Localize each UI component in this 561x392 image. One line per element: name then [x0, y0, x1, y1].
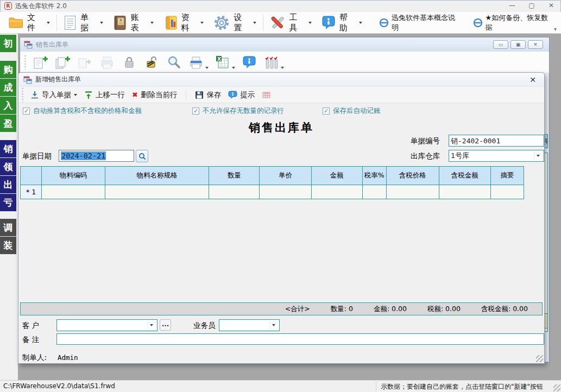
sidebar-tab-zhuang[interactable]: 装 [0, 237, 16, 255]
sidebar-tab-chu[interactable]: 初 [0, 35, 16, 53]
close-button[interactable]: ✕ [541, 0, 561, 12]
chevron-down-icon [232, 67, 235, 69]
option-auto-calc[interactable]: ✓ 自动推算含税和不含税的价格和金额 [23, 106, 142, 116]
customer-select[interactable] [56, 319, 157, 331]
help-link-backup-label: ★如何备份、恢复数据 [486, 13, 554, 33]
toolbar-grip[interactable] [24, 55, 26, 69]
menu-documents[interactable]: 单据 [59, 11, 108, 35]
chevron-down-icon [253, 22, 256, 24]
sidebar-tab-ling[interactable]: 领 [0, 158, 16, 176]
lock-icon[interactable] [121, 54, 137, 71]
grid-cell-tax-rate[interactable] [362, 185, 386, 199]
menu-settings-label: 设置 [234, 12, 249, 33]
sidebar-tab-ying[interactable]: 盈 [0, 115, 16, 132]
notebook-icon [163, 15, 178, 30]
grid-cell-tax-price[interactable] [386, 185, 439, 199]
grid-cell-material-code[interactable] [42, 185, 105, 199]
menu-help[interactable]: 帮助 [317, 11, 367, 35]
column-select-button[interactable] [263, 54, 284, 71]
child-window-title: 销售出库单 [36, 40, 68, 49]
print-document-button[interactable] [99, 54, 115, 71]
grid-cell-tax-amount[interactable] [439, 185, 490, 199]
excel-export-button[interactable]: X [215, 54, 235, 71]
sidebar-tab-kui[interactable]: 亏 [0, 194, 16, 212]
grid-cell-material-name[interactable] [105, 185, 209, 199]
help-link-backup[interactable]: ★如何备份、恢复数据 [473, 13, 554, 33]
import-document-button[interactable]: 导入单据 [30, 90, 77, 100]
warehouse-select[interactable]: 1号库 [449, 150, 544, 162]
browser-e-icon [473, 18, 483, 28]
help-link-concepts[interactable]: 迅兔软件基本概念说明 [379, 13, 461, 33]
checkbox-checked-icon[interactable]: ✓ [23, 108, 30, 115]
checkbox-checked-icon[interactable]: ✓ [323, 108, 330, 115]
chevron-down-icon [308, 22, 312, 24]
import-icon [30, 91, 39, 99]
date-search-button[interactable] [136, 150, 148, 162]
search-icon[interactable] [166, 54, 182, 71]
grid-header-unit-price: 单价 [260, 167, 311, 185]
forward-document-button[interactable] [77, 54, 93, 71]
customer-browse-button[interactable]: ... [160, 319, 171, 331]
copy-document-button[interactable] [54, 54, 71, 71]
dialog-resize-grip[interactable] [536, 355, 543, 362]
grid-cell-summary[interactable] [490, 185, 524, 199]
sidebar-tab-ru[interactable]: 入 [0, 97, 16, 115]
menu-data[interactable]: 资料 [159, 11, 209, 35]
doc-no-field[interactable]: 销-2402-0001 [449, 135, 544, 147]
doc-date-label: 单据日期 [22, 151, 52, 161]
chevron-down-icon [47, 22, 50, 24]
unlock-icon[interactable] [143, 54, 160, 71]
checkbox-checked-icon[interactable]: ✓ [192, 108, 199, 115]
option-no-zero-qty[interactable]: ✓ 不允许保存无数量的记录行 [192, 106, 284, 116]
items-grid: 物料编码 物料名称规格 数量 单价 金额 税率% 含税价格 含税金额 摘要 * … [20, 166, 524, 199]
dialog-toolbar: 导入单据 上移一行 ✖ 删除当前行 保存 [18, 87, 544, 103]
grid-header-summary: 摘要 [490, 167, 524, 185]
new-document-button[interactable] [32, 54, 48, 71]
salesman-select[interactable] [219, 319, 280, 331]
sidebar-tab-xiao[interactable]: 销 [0, 140, 16, 158]
menu-tools[interactable]: 工具 [265, 11, 317, 35]
dialog-options: ✓ 自动推算含税和不含税的价格和金额 ✓ 不允许保存无数量的记录行 ✓ 保存后自… [18, 106, 544, 116]
status-bar: C:\FRWarehouseV2.0\data\S1.frwd 示数据；要创建自… [0, 380, 561, 392]
menu-settings[interactable]: 设置 [209, 11, 261, 35]
toolbar-grip[interactable] [22, 88, 23, 102]
info-bubble-icon[interactable] [241, 54, 257, 71]
print-preview-button[interactable] [188, 54, 209, 71]
option-auto-post[interactable]: ✓ 保存后自动记账 [323, 106, 381, 116]
grid-header-amount: 金额 [311, 167, 362, 185]
sidebar-tab-gou[interactable]: 购 [0, 61, 16, 79]
delete-x-icon: ✖ [132, 91, 138, 99]
sidebar-tab-chu2[interactable]: 出 [0, 176, 16, 194]
child-restore-button[interactable]: ▣ [510, 40, 526, 49]
window-resize-grip[interactable] [553, 384, 560, 391]
child-close-button[interactable]: ✕ [528, 40, 543, 49]
menu-data-label: 资料 [181, 12, 197, 33]
minimize-button[interactable]: — [502, 0, 522, 12]
sidebar-tab-diao[interactable]: 调 [0, 219, 16, 237]
grid-cell-unit-price[interactable] [260, 185, 311, 199]
menu-file[interactable]: 文件 [3, 11, 55, 35]
grid-header-marker [21, 167, 42, 185]
doc-date-field[interactable]: 2024-02-21 [59, 150, 134, 162]
status-divider [376, 382, 376, 391]
tip-button[interactable]: 提示 [228, 90, 255, 100]
grid-header-material-name: 物料名称规格 [105, 167, 209, 185]
move-up-row-button[interactable]: 上移一行 [84, 90, 125, 100]
child-minimize-button[interactable]: ▭ [493, 40, 508, 49]
dialog-close-button[interactable]: ✕ [526, 75, 539, 84]
customer-label: 客 户 [22, 321, 39, 331]
sidebar-tab-cheng[interactable]: 成 [0, 79, 16, 97]
menu-reports[interactable]: 账表 [108, 11, 159, 35]
chevron-down-icon [147, 321, 155, 330]
totals-tax: 税额: 0.00 [427, 305, 461, 314]
maximize-button[interactable]: ▢ [522, 0, 541, 12]
toolbar-separator [56, 15, 57, 31]
grid-header-material-code: 物料编码 [42, 167, 105, 185]
save-button[interactable]: 保存 [195, 90, 221, 100]
toolbar-overflow-icon[interactable]: ▾ [554, 26, 558, 33]
mini-grid-icon[interactable] [262, 91, 271, 99]
remark-field[interactable] [56, 333, 544, 345]
grid-cell-amount[interactable] [311, 185, 362, 199]
grid-cell-qty[interactable] [209, 185, 260, 199]
delete-row-button[interactable]: ✖ 删除当前行 [132, 90, 177, 100]
